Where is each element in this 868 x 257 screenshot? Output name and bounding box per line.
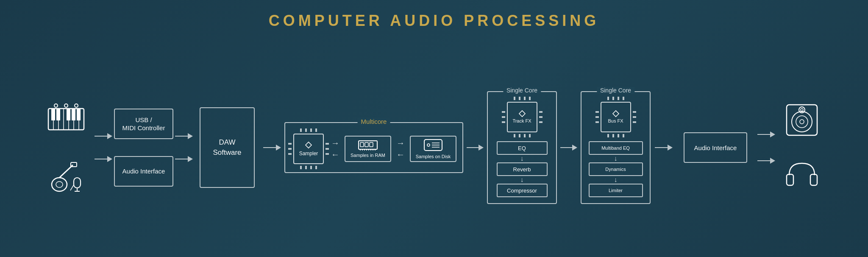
svg-rect-42 (612, 111, 618, 117)
limiter-box: Limiter (589, 184, 643, 197)
busfx-inner: Bus FX Multiband EQ ↓ Dynamics ↓ Limiter (589, 100, 643, 197)
svg-rect-27 (370, 142, 373, 147)
svg-rect-10 (72, 109, 75, 120)
svg-point-14 (75, 104, 78, 107)
busfx-box: Single Core (581, 91, 651, 204)
samples-disk-box: Samples on Disk (410, 136, 456, 162)
arrow-midi (95, 133, 112, 139)
samples-ram-box: Samples in RAM (345, 136, 391, 162)
svg-point-15 (52, 178, 67, 191)
svg-rect-7 (51, 109, 55, 120)
output-arrows (757, 131, 775, 164)
busfx-chip: Bus FX (598, 100, 633, 134)
guitar-mic-icon (47, 160, 85, 194)
svg-rect-25 (360, 142, 364, 147)
busfx-stack: Multiband EQ ↓ Dynamics ↓ Limiter (589, 141, 643, 197)
svg-point-44 (792, 112, 812, 132)
svg-rect-23 (306, 142, 312, 148)
speaker-icon (783, 103, 821, 137)
svg-point-13 (64, 104, 68, 107)
trackfx-stack: EQ ↓ Reverb ↓ Compressor (497, 141, 548, 197)
svg-point-48 (801, 109, 803, 111)
multiband-eq-box: Multiband EQ (589, 141, 643, 155)
daw-software-box: DAW Software (200, 107, 255, 188)
page-title: COMPUTER AUDIO PROCESSING (269, 12, 600, 30)
arrows-to-daw (175, 133, 193, 162)
input-boxes: USB / MIDI Controller Audio Interface (114, 109, 173, 187)
svg-rect-50 (810, 174, 817, 185)
compressor-box: Compressor (497, 184, 548, 197)
svg-rect-41 (519, 111, 525, 117)
input-devices (47, 101, 85, 194)
svg-point-12 (54, 104, 58, 107)
svg-rect-11 (77, 109, 81, 120)
svg-point-45 (796, 116, 808, 128)
bidir-arrows: → ← (331, 138, 339, 159)
svg-point-37 (427, 144, 430, 146)
arrow-multicore-trackfx (467, 145, 484, 151)
arrow-busfx-audiointerface (655, 145, 673, 151)
arrow-to-speaker (757, 131, 775, 137)
arrow-daw-multicore (263, 145, 281, 151)
trackfx-chip: Track FX (505, 100, 540, 134)
eq-box: EQ (497, 141, 548, 155)
arrow-audio (95, 156, 112, 162)
multicore-inner: Sampler → ← (291, 131, 456, 166)
dynamics-box: Dynamics (589, 162, 643, 176)
arrow-midi-daw (175, 133, 193, 139)
headphones-icon (783, 158, 821, 192)
svg-rect-8 (56, 109, 60, 120)
midi-icon (47, 101, 85, 135)
input-arrows-1 (95, 133, 112, 162)
sampler-chip: Sampler (291, 131, 326, 166)
audio-interface-box: Audio Interface (684, 132, 747, 163)
trackfx-inner: Track FX EQ ↓ Reverb ↓ Compressor (497, 100, 548, 197)
svg-line-22 (70, 185, 74, 190)
midi-controller-box: USB / MIDI Controller (114, 109, 173, 139)
svg-rect-24 (359, 141, 377, 149)
trackfx-box: Single Core (487, 91, 557, 204)
reverb-box: Reverb (497, 162, 548, 176)
arrow-audio-daw (175, 156, 193, 162)
main-container: COMPUTER AUDIO PROCESSING (0, 0, 868, 257)
diagram-area: USB / MIDI Controller Audio Interface DA… (0, 38, 868, 257)
svg-point-16 (56, 182, 63, 187)
svg-rect-26 (365, 142, 368, 147)
svg-rect-19 (74, 178, 81, 188)
arrow-to-headphones (757, 158, 775, 164)
svg-rect-43 (787, 105, 817, 135)
arrow-trackfx-busfx (560, 145, 577, 151)
svg-rect-9 (67, 109, 70, 120)
bidir-arrows-2: → ← (396, 138, 405, 159)
multicore-box: Multicore (284, 122, 463, 173)
audio-interface-input-box: Audio Interface (114, 156, 173, 187)
output-icons (783, 103, 821, 192)
svg-point-46 (800, 120, 804, 124)
svg-rect-49 (787, 174, 793, 185)
